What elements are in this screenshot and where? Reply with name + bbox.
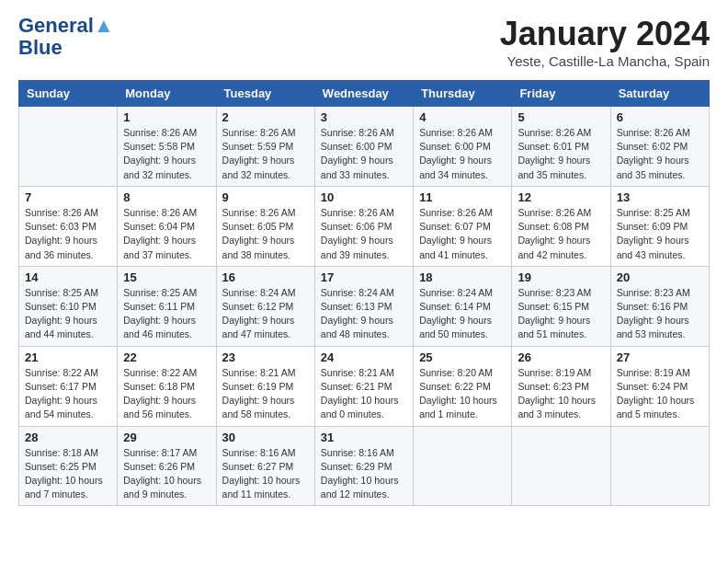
calendar-cell: 12Sunrise: 8:26 AM Sunset: 6:08 PM Dayli… [512,186,610,266]
calendar-cell: 26Sunrise: 8:19 AM Sunset: 6:23 PM Dayli… [512,346,610,426]
day-number: 6 [617,110,703,124]
day-info: Sunrise: 8:26 AM Sunset: 5:59 PM Dayligh… [222,126,309,182]
day-number: 4 [419,110,506,124]
day-number: 7 [25,190,111,204]
calendar-cell: 18Sunrise: 8:24 AM Sunset: 6:14 PM Dayli… [414,266,512,346]
day-info: Sunrise: 8:26 AM Sunset: 6:04 PM Dayligh… [123,206,210,262]
calendar-cell: 3Sunrise: 8:26 AM Sunset: 6:00 PM Daylig… [314,107,413,187]
calendar-cell: 27Sunrise: 8:19 AM Sunset: 6:24 PM Dayli… [610,346,709,426]
calendar-cell: 11Sunrise: 8:26 AM Sunset: 6:07 PM Dayli… [414,186,512,266]
calendar-cell [512,426,610,506]
calendar-cell: 8Sunrise: 8:26 AM Sunset: 6:04 PM Daylig… [118,186,216,266]
day-number: 5 [518,110,604,124]
logo: General▲ Blue [18,15,114,59]
calendar-cell: 31Sunrise: 8:16 AM Sunset: 6:29 PM Dayli… [314,426,413,506]
day-number: 3 [321,110,407,124]
day-number: 18 [419,270,506,284]
day-number: 1 [123,110,210,124]
day-number: 2 [222,110,309,124]
calendar-cell: 28Sunrise: 8:18 AM Sunset: 6:25 PM Dayli… [19,426,118,506]
calendar-cell: 2Sunrise: 8:26 AM Sunset: 5:59 PM Daylig… [216,107,314,187]
day-number: 24 [321,350,407,364]
day-info: Sunrise: 8:26 AM Sunset: 6:01 PM Dayligh… [518,126,604,182]
day-number: 15 [123,270,210,284]
day-number: 22 [123,350,210,364]
day-info: Sunrise: 8:20 AM Sunset: 6:22 PM Dayligh… [419,366,506,422]
calendar-cell: 25Sunrise: 8:20 AM Sunset: 6:22 PM Dayli… [414,346,512,426]
day-number: 27 [617,350,703,364]
day-number: 20 [617,270,703,284]
calendar-cell: 15Sunrise: 8:25 AM Sunset: 6:11 PM Dayli… [118,266,216,346]
day-info: Sunrise: 8:26 AM Sunset: 6:06 PM Dayligh… [321,206,407,262]
day-info: Sunrise: 8:24 AM Sunset: 6:14 PM Dayligh… [419,286,506,342]
day-info: Sunrise: 8:26 AM Sunset: 6:05 PM Dayligh… [222,206,309,262]
calendar-cell: 29Sunrise: 8:17 AM Sunset: 6:26 PM Dayli… [118,426,216,506]
day-info: Sunrise: 8:26 AM Sunset: 6:07 PM Dayligh… [419,206,506,262]
month-title: January 2024 [500,15,710,53]
calendar-cell: 4Sunrise: 8:26 AM Sunset: 6:00 PM Daylig… [414,107,512,187]
calendar-cell: 6Sunrise: 8:26 AM Sunset: 6:02 PM Daylig… [610,107,709,187]
day-number: 29 [123,431,210,444]
day-number: 19 [518,270,604,284]
calendar-cell [414,426,512,506]
col-header-saturday: Saturday [610,81,709,107]
day-number: 9 [222,190,309,204]
day-info: Sunrise: 8:22 AM Sunset: 6:17 PM Dayligh… [25,366,111,422]
page-header: General▲ Blue January 2024 Yeste, Castil… [18,15,710,69]
day-info: Sunrise: 8:26 AM Sunset: 6:03 PM Dayligh… [25,206,111,262]
day-number: 12 [518,190,604,204]
day-number: 23 [222,350,309,364]
col-header-friday: Friday [512,81,610,107]
day-number: 31 [321,431,407,444]
day-number: 21 [25,350,111,364]
day-info: Sunrise: 8:21 AM Sunset: 6:19 PM Dayligh… [222,366,309,422]
col-header-monday: Monday [118,81,216,107]
calendar-cell: 21Sunrise: 8:22 AM Sunset: 6:17 PM Dayli… [19,346,118,426]
col-header-sunday: Sunday [19,81,118,107]
day-number: 17 [321,270,407,284]
day-info: Sunrise: 8:25 AM Sunset: 6:10 PM Dayligh… [25,286,111,342]
day-info: Sunrise: 8:18 AM Sunset: 6:25 PM Dayligh… [25,446,111,502]
col-header-wednesday: Wednesday [314,81,413,107]
day-info: Sunrise: 8:19 AM Sunset: 6:23 PM Dayligh… [518,366,604,422]
day-number: 10 [321,190,407,204]
day-info: Sunrise: 8:23 AM Sunset: 6:15 PM Dayligh… [518,286,604,342]
day-number: 26 [518,350,604,364]
day-number: 13 [617,190,703,204]
calendar-cell: 19Sunrise: 8:23 AM Sunset: 6:15 PM Dayli… [512,266,610,346]
day-number: 25 [419,350,506,364]
day-info: Sunrise: 8:26 AM Sunset: 6:02 PM Dayligh… [617,126,703,182]
day-info: Sunrise: 8:19 AM Sunset: 6:24 PM Dayligh… [617,366,703,422]
calendar-table: SundayMondayTuesdayWednesdayThursdayFrid… [18,80,710,506]
day-info: Sunrise: 8:26 AM Sunset: 6:00 PM Dayligh… [419,126,506,182]
calendar-cell: 13Sunrise: 8:25 AM Sunset: 6:09 PM Dayli… [610,186,709,266]
location-subtitle: Yeste, Castille-La Mancha, Spain [500,53,710,69]
day-info: Sunrise: 8:26 AM Sunset: 6:00 PM Dayligh… [321,126,407,182]
day-info: Sunrise: 8:21 AM Sunset: 6:21 PM Dayligh… [321,366,407,422]
logo-blue: Blue [18,37,63,59]
col-header-thursday: Thursday [414,81,512,107]
calendar-cell: 22Sunrise: 8:22 AM Sunset: 6:18 PM Dayli… [118,346,216,426]
calendar-cell: 30Sunrise: 8:16 AM Sunset: 6:27 PM Dayli… [216,426,314,506]
day-info: Sunrise: 8:25 AM Sunset: 6:11 PM Dayligh… [123,286,210,342]
day-info: Sunrise: 8:26 AM Sunset: 6:08 PM Dayligh… [518,206,604,262]
day-info: Sunrise: 8:16 AM Sunset: 6:27 PM Dayligh… [222,446,309,502]
calendar-cell [19,107,118,187]
calendar-cell: 7Sunrise: 8:26 AM Sunset: 6:03 PM Daylig… [19,186,118,266]
day-info: Sunrise: 8:24 AM Sunset: 6:12 PM Dayligh… [222,286,309,342]
calendar-cell: 20Sunrise: 8:23 AM Sunset: 6:16 PM Dayli… [610,266,709,346]
day-number: 28 [25,431,111,444]
day-number: 30 [222,431,309,444]
day-info: Sunrise: 8:22 AM Sunset: 6:18 PM Dayligh… [123,366,210,422]
title-area: January 2024 Yeste, Castille-La Mancha, … [500,15,710,69]
calendar-cell: 9Sunrise: 8:26 AM Sunset: 6:05 PM Daylig… [216,186,314,266]
col-header-tuesday: Tuesday [216,81,314,107]
logo-text: General▲ [18,15,114,37]
calendar-cell: 23Sunrise: 8:21 AM Sunset: 6:19 PM Dayli… [216,346,314,426]
day-info: Sunrise: 8:25 AM Sunset: 6:09 PM Dayligh… [617,206,703,262]
calendar-cell: 5Sunrise: 8:26 AM Sunset: 6:01 PM Daylig… [512,107,610,187]
calendar-cell: 17Sunrise: 8:24 AM Sunset: 6:13 PM Dayli… [314,266,413,346]
day-info: Sunrise: 8:16 AM Sunset: 6:29 PM Dayligh… [321,446,407,502]
day-number: 14 [25,270,111,284]
calendar-cell: 14Sunrise: 8:25 AM Sunset: 6:10 PM Dayli… [19,266,118,346]
